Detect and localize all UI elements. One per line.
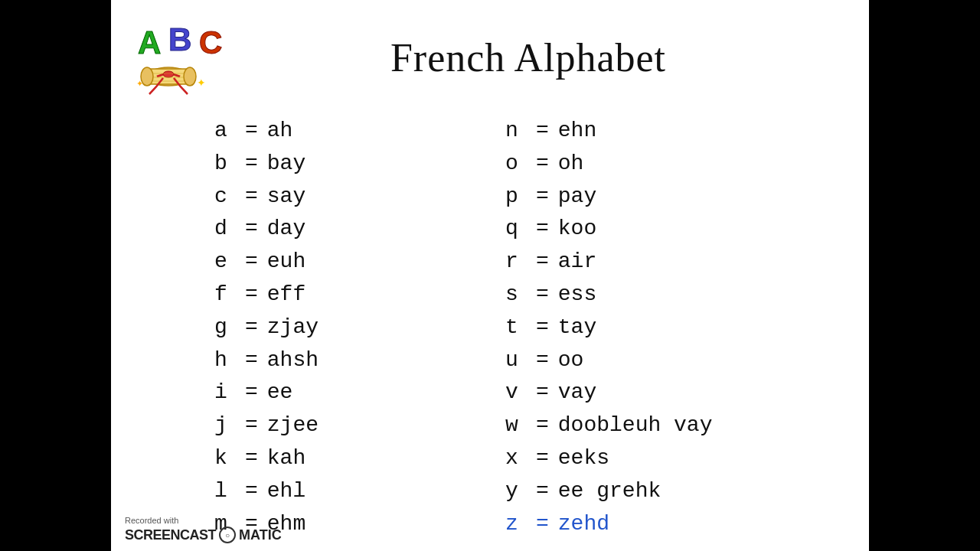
svg-text:B: B bbox=[168, 21, 191, 57]
pronunciation: air bbox=[558, 247, 596, 276]
pronunciation: oh bbox=[558, 149, 584, 178]
pronunciation: bay bbox=[267, 149, 305, 178]
brand-matic: MATIC bbox=[239, 527, 282, 543]
equals: = bbox=[245, 346, 258, 375]
letter: h bbox=[214, 346, 236, 375]
equals: = bbox=[245, 313, 258, 342]
pronunciation: day bbox=[267, 214, 305, 243]
equals: = bbox=[245, 280, 258, 309]
pronunciation: pay bbox=[558, 182, 596, 211]
table-row: t=tay bbox=[505, 313, 766, 342]
equals: = bbox=[245, 116, 258, 145]
pronunciation: eeks bbox=[558, 444, 609, 473]
left-column: a=ahb=bayc=sayd=daye=euhf=effg=zjayh=ahs… bbox=[199, 116, 490, 542]
recorded-with-label: Recorded with bbox=[125, 516, 178, 525]
slide: A B C ✦ ✦ bbox=[111, 0, 869, 551]
letter: b bbox=[214, 149, 236, 178]
pronunciation: eff bbox=[267, 280, 305, 309]
equals: = bbox=[536, 378, 549, 407]
equals: = bbox=[536, 280, 549, 309]
letter: g bbox=[214, 313, 236, 342]
table-row: j=zjee bbox=[214, 411, 475, 440]
table-row: v=vay bbox=[505, 378, 766, 407]
letter: p bbox=[505, 182, 527, 211]
svg-text:✦: ✦ bbox=[197, 77, 206, 89]
table-row: h=ahsh bbox=[214, 346, 475, 375]
pronunciation: zjee bbox=[267, 411, 318, 440]
table-row: z=zehd bbox=[505, 510, 766, 539]
pronunciation: ess bbox=[558, 280, 596, 309]
pronunciation: ee bbox=[267, 378, 293, 407]
equals: = bbox=[536, 214, 549, 243]
equals: = bbox=[245, 477, 258, 506]
letter: x bbox=[505, 444, 527, 473]
letter: d bbox=[214, 214, 236, 243]
letter: c bbox=[214, 182, 236, 211]
table-row: a=ah bbox=[214, 116, 475, 145]
table-row: x=eeks bbox=[505, 444, 766, 473]
table-row: f=eff bbox=[214, 280, 475, 309]
brand-area: SCREENCAST ○ MATIC bbox=[125, 527, 282, 543]
pronunciation: ahsh bbox=[267, 346, 318, 375]
pronunciation: koo bbox=[558, 214, 596, 243]
pronunciation: euh bbox=[267, 247, 305, 276]
table-row: p=pay bbox=[505, 182, 766, 211]
table-row: k=kah bbox=[214, 444, 475, 473]
letter: t bbox=[505, 313, 527, 342]
table-row: q=koo bbox=[505, 214, 766, 243]
pronunciation: kah bbox=[267, 444, 305, 473]
table-row: i=ee bbox=[214, 378, 475, 407]
table-row: y=ee grehk bbox=[505, 477, 766, 506]
letter: k bbox=[214, 444, 236, 473]
equals: = bbox=[245, 378, 258, 407]
svg-point-7 bbox=[163, 71, 174, 77]
equals: = bbox=[245, 444, 258, 473]
table-row: b=bay bbox=[214, 149, 475, 178]
table-row: o=oh bbox=[505, 149, 766, 178]
logo-icon: A B C ✦ ✦ bbox=[134, 14, 241, 98]
equals: = bbox=[536, 444, 549, 473]
svg-text:✦: ✦ bbox=[136, 79, 143, 88]
svg-text:A: A bbox=[138, 24, 161, 60]
equals: = bbox=[536, 510, 549, 539]
pronunciation: ah bbox=[267, 116, 293, 145]
pronunciation: zjay bbox=[267, 313, 318, 342]
pronunciation: say bbox=[267, 182, 305, 211]
brand-screencast: SCREENCAST bbox=[125, 527, 216, 543]
svg-text:C: C bbox=[199, 24, 222, 60]
letter: y bbox=[505, 477, 527, 506]
pronunciation: oo bbox=[558, 346, 584, 375]
equals: = bbox=[245, 149, 258, 178]
table-row: c=say bbox=[214, 182, 475, 211]
letter: a bbox=[214, 116, 236, 145]
table-row: s=ess bbox=[505, 280, 766, 309]
pronunciation: doobleuh vay bbox=[558, 411, 713, 440]
table-row: d=day bbox=[214, 214, 475, 243]
letter: f bbox=[214, 280, 236, 309]
letter: q bbox=[505, 214, 527, 243]
pronunciation: zehd bbox=[558, 510, 609, 539]
equals: = bbox=[536, 149, 549, 178]
pronunciation: tay bbox=[558, 313, 596, 342]
equals: = bbox=[245, 247, 258, 276]
table-row: u=oo bbox=[505, 346, 766, 375]
letter: l bbox=[214, 477, 236, 506]
table-row: e=euh bbox=[214, 247, 475, 276]
pronunciation: ee grehk bbox=[558, 477, 661, 506]
equals: = bbox=[536, 411, 549, 440]
equals: = bbox=[536, 477, 549, 506]
equals: = bbox=[245, 182, 258, 211]
equals: = bbox=[536, 182, 549, 211]
letter: i bbox=[214, 378, 236, 407]
letter: z bbox=[505, 510, 527, 539]
pronunciation: ehn bbox=[558, 116, 596, 145]
table-row: g=zjay bbox=[214, 313, 475, 342]
letter: j bbox=[214, 411, 236, 440]
letter: v bbox=[505, 378, 527, 407]
header: A B C ✦ ✦ bbox=[111, 0, 869, 109]
brand-circle-icon: ○ bbox=[219, 527, 236, 543]
table-row: w=doobleuh vay bbox=[505, 411, 766, 440]
letter: u bbox=[505, 346, 527, 375]
footer: Recorded with SCREENCAST ○ MATIC bbox=[125, 516, 282, 543]
right-column: n=ehno=ohp=payq=koor=airs=esst=tayu=oov=… bbox=[490, 116, 781, 542]
